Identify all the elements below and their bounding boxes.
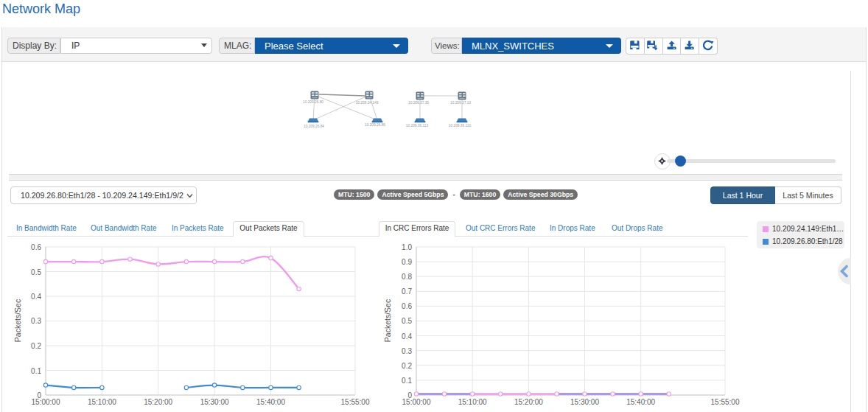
svg-text:10.209.24.149: 10.209.24.149 — [356, 101, 379, 105]
svg-text:10.209.36.110: 10.209.36.110 — [449, 124, 472, 128]
svg-text:15:00:00: 15:00:00 — [32, 398, 60, 406]
svg-text:0.1: 0.1 — [31, 367, 41, 375]
svg-text:Packets/Sec: Packets/Sec — [383, 299, 392, 342]
svg-text:0.5: 0.5 — [31, 268, 41, 276]
svg-text:1.0: 1.0 — [402, 243, 412, 251]
svg-text:0.9: 0.9 — [402, 258, 412, 266]
svg-text:15:20:00: 15:20:00 — [144, 398, 172, 406]
svg-text:15:40:00: 15:40:00 — [626, 398, 655, 406]
svg-text:15:55:00: 15:55:00 — [341, 398, 370, 406]
svg-text:0.3: 0.3 — [31, 317, 41, 325]
svg-text:15:10:00: 15:10:00 — [458, 398, 487, 406]
svg-text:15:55:00: 15:55:00 — [711, 398, 740, 406]
svg-text:0.5: 0.5 — [402, 317, 412, 325]
svg-text:15:20:00: 15:20:00 — [514, 398, 543, 406]
svg-text:0.7: 0.7 — [402, 287, 412, 296]
svg-text:0.4: 0.4 — [31, 293, 41, 301]
svg-text:15:30:00: 15:30:00 — [570, 398, 599, 406]
svg-text:0.6: 0.6 — [31, 243, 41, 251]
svg-text:10.209.26.86: 10.209.26.86 — [365, 123, 385, 127]
svg-text:0.1: 0.1 — [402, 377, 412, 385]
svg-text:10.209.26.80: 10.209.26.80 — [303, 100, 323, 104]
svg-text:Packets/Sec: Packets/Sec — [13, 299, 22, 342]
svg-text:0.2: 0.2 — [402, 362, 412, 370]
svg-text:0.4: 0.4 — [402, 332, 412, 341]
svg-text:10.209.37.30: 10.209.37.30 — [408, 101, 429, 105]
svg-text:0.6: 0.6 — [402, 302, 412, 310]
svg-text:15:40:00: 15:40:00 — [256, 398, 285, 406]
svg-text:0.8: 0.8 — [402, 273, 412, 281]
svg-text:10.209.36.113: 10.209.36.113 — [406, 124, 429, 128]
svg-text:15:30:00: 15:30:00 — [200, 398, 229, 406]
svg-text:0.3: 0.3 — [402, 347, 412, 355]
svg-text:10.209.26.84: 10.209.26.84 — [304, 125, 324, 128]
svg-text:15:10:00: 15:10:00 — [88, 398, 116, 406]
svg-text:0.2: 0.2 — [31, 342, 41, 350]
svg-text:10.209.37.13: 10.209.37.13 — [450, 101, 471, 105]
svg-text:15:00:00: 15:00:00 — [402, 398, 431, 406]
